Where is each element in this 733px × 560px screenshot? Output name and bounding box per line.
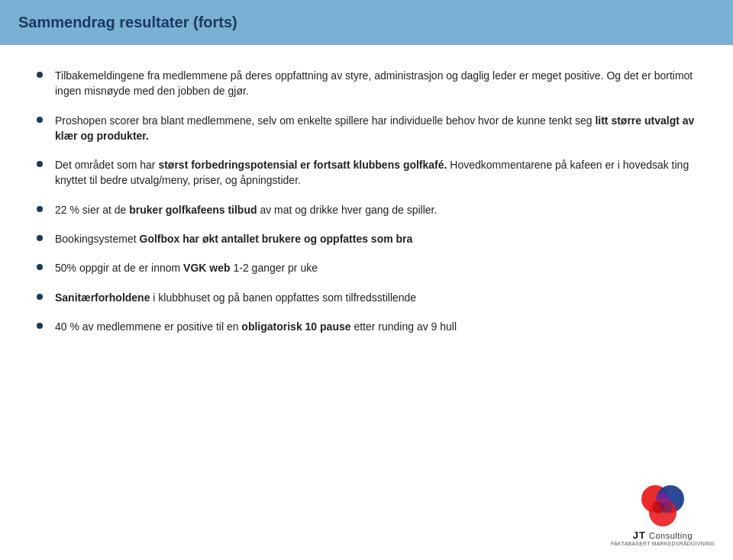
header-bar: Sammendrag resultater (forts) [0, 0, 733, 45]
logo-area: JT Consulting FAKTABASERT MARKEDSRÅDGIVN… [611, 482, 715, 546]
bullet-dot-icon [37, 206, 43, 212]
bullet-text-2: Proshopen scorer bra blant medlemmene, s… [55, 113, 696, 144]
bullet-dot-icon [37, 72, 43, 78]
bullet-dot-icon [37, 264, 43, 270]
bullet-text-3: Det området som har størst forbedringspo… [55, 157, 696, 188]
list-item: Sanitærforholdene i klubbhuset og på ban… [37, 290, 696, 305]
bullet-dot-icon [37, 294, 43, 300]
bullet-dot-icon [37, 323, 43, 329]
logo-jt-text: JT [633, 529, 646, 541]
bullet-text-8: 40 % av medlemmene er positive til en ob… [55, 319, 696, 334]
bullet-dot-icon [37, 235, 43, 241]
list-item: Bookingsystemet Golfbox har økt antallet… [37, 231, 696, 246]
logo-consulting-text: Consulting [649, 531, 693, 540]
bullet-dot-icon [37, 117, 43, 123]
logo-icon [635, 482, 690, 529]
page-title: Sammendrag resultater (forts) [18, 14, 237, 31]
list-item: 22 % sier at de bruker golfkafeens tilbu… [37, 202, 696, 217]
bullet-text-7: Sanitærforholdene i klubbhuset og på ban… [55, 290, 696, 305]
bullet-dot-icon [37, 161, 43, 167]
list-item: Proshopen scorer bra blant medlemmene, s… [37, 113, 696, 144]
list-item: Det området som har størst forbedringspo… [37, 157, 696, 188]
bullet-text-1: Tilbakemeldingene fra medlemmene på dere… [55, 68, 696, 99]
svg-point-5 [660, 501, 673, 513]
bullet-list: Tilbakemeldingene fra medlemmene på dere… [37, 68, 696, 334]
list-item: 50% oppgir at de er innom VGK web 1-2 ga… [37, 260, 696, 275]
bullet-text-6: 50% oppgir at de er innom VGK web 1-2 ga… [55, 260, 696, 275]
bullet-text-4: 22 % sier at de bruker golfkafeens tilbu… [55, 202, 696, 217]
main-content: Tilbakemeldingene fra medlemmene på dere… [0, 45, 733, 363]
logo-sub-text: FAKTABASERT MARKEDSRÅDGIVNING [611, 541, 715, 546]
bullet-text-5: Bookingsystemet Golfbox har økt antallet… [55, 231, 696, 246]
list-item: Tilbakemeldingene fra medlemmene på dere… [37, 68, 696, 99]
list-item: 40 % av medlemmene er positive til en ob… [37, 319, 696, 334]
